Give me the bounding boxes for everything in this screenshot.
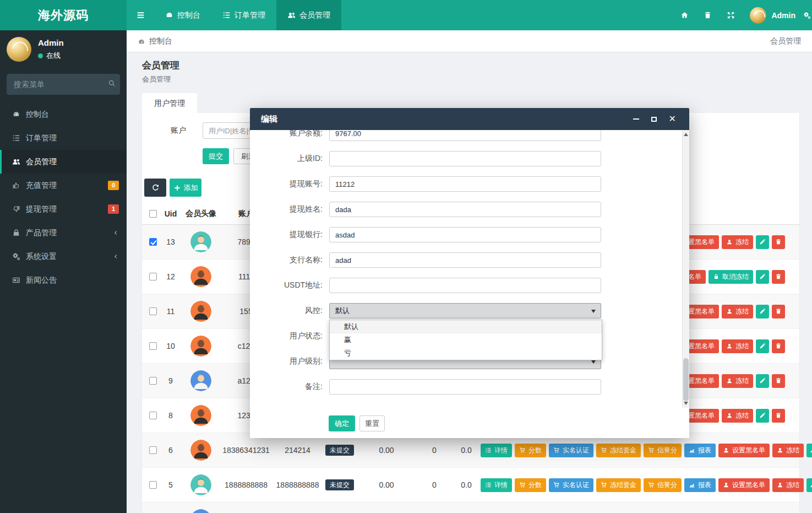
action-credit_score-button[interactable]: 信誉分 (644, 478, 682, 492)
modal-field-input[interactable] (329, 227, 601, 242)
remark-input[interactable] (329, 379, 601, 395)
cell-name: 1888888888 (272, 480, 323, 489)
action-blacklist-button[interactable]: 设置黑名单 (718, 478, 770, 492)
action-detail-button[interactable]: 详情 (481, 478, 512, 492)
row-checkbox[interactable] (149, 481, 157, 489)
sidebar-item-3[interactable]: 充值管理0 (0, 174, 127, 197)
sidebar-item-2[interactable]: 会员管理 (0, 150, 127, 174)
action-freeze-button[interactable]: 冻结 (772, 444, 804, 457)
expand-button[interactable] (719, 0, 742, 30)
action-freeze-button[interactable]: 冻结 (722, 374, 753, 388)
action-edit-button[interactable] (756, 374, 769, 388)
sidebar-item-label: 会员管理 (26, 157, 57, 167)
action-realname-button[interactable]: 实名认证 (549, 444, 593, 457)
action-realname-button[interactable]: 实名认证 (549, 478, 593, 492)
row-checkbox[interactable] (149, 238, 157, 246)
row-actions: 详情分数实名认证冻结资金信誉分报表设置黑名单冻结 (481, 444, 812, 457)
row-checkbox[interactable] (149, 342, 157, 350)
reset-button[interactable]: 重置 (359, 415, 385, 431)
action-report-button[interactable]: 报表 (684, 478, 716, 492)
scroll-down-icon[interactable] (683, 400, 689, 407)
action-delete-button[interactable] (772, 409, 785, 423)
risk-option-1[interactable]: 赢 (330, 333, 602, 347)
trash-button[interactable] (696, 0, 719, 30)
action-edit-button[interactable] (756, 409, 769, 423)
maximize-icon[interactable] (651, 117, 657, 122)
action-freeze-button[interactable]: 冻结 (722, 409, 753, 423)
action-freeze-button[interactable]: 冻结 (722, 235, 753, 249)
action-delete-button[interactable] (772, 374, 785, 388)
navbar-item-0[interactable]: 控制台 (154, 0, 211, 30)
risk-option-0[interactable]: 默认 (330, 320, 602, 333)
action-freeze-button[interactable]: 冻结 (722, 305, 753, 318)
action-freeze_funds-button[interactable]: 冻结资金 (596, 444, 641, 457)
scroll-up-icon[interactable] (683, 131, 689, 138)
settings-gear-icon[interactable] (803, 0, 812, 30)
navbar-item-2[interactable]: 会员管理 (276, 0, 341, 30)
member-avatar (190, 405, 211, 426)
confirm-button[interactable]: 确定 (329, 415, 355, 431)
sidebar-search-input[interactable] (7, 74, 120, 95)
sidebar-item-5[interactable]: 产品管理 (0, 221, 127, 245)
action-edit-button[interactable] (756, 305, 769, 318)
sidebar-search-button[interactable] (108, 79, 116, 87)
select-all-checkbox[interactable] (149, 210, 157, 218)
row-checkbox[interactable] (149, 273, 157, 280)
action-score-button[interactable]: 分数 (515, 444, 546, 457)
risk-option-2[interactable]: 亏 (330, 347, 602, 360)
sidebar-item-1[interactable]: 订单管理 (0, 126, 127, 150)
modal-field-input[interactable] (329, 151, 601, 166)
cart-icon (519, 447, 526, 453)
action-delete-button[interactable] (772, 305, 785, 318)
action-delete-button[interactable] (772, 270, 785, 284)
action-blacklist-button[interactable]: 设置黑名单 (718, 444, 770, 457)
action-edit-button[interactable] (806, 444, 812, 457)
row-checkbox[interactable] (149, 446, 157, 454)
member-avatar (190, 266, 211, 287)
risk-select[interactable]: 默认 (329, 303, 601, 318)
action-edit-button[interactable] (806, 478, 812, 492)
action-freeze_funds-button[interactable]: 冻结资金 (596, 478, 641, 492)
submit-button[interactable]: 提交 (203, 148, 229, 164)
sidebar-item-7[interactable]: 新闻公告 (0, 268, 127, 292)
action-credit_score-button[interactable]: 信誉分 (644, 444, 682, 457)
row-checkbox[interactable] (149, 412, 157, 419)
modal-field-input[interactable] (329, 130, 601, 141)
action-detail-button[interactable]: 详情 (481, 444, 512, 457)
sidebar-item-0[interactable]: 控制台 (0, 102, 127, 126)
tab-user-management[interactable]: 用户管理 (142, 93, 197, 113)
home-button[interactable] (673, 0, 696, 30)
table-reload-button[interactable] (144, 179, 166, 197)
edit-modal-header[interactable]: 编辑 ✕ (250, 108, 689, 130)
action-score-button[interactable]: 分数 (515, 478, 546, 492)
modal-field-input[interactable] (329, 202, 601, 217)
close-icon[interactable]: ✕ (669, 115, 676, 123)
navbar-item-1[interactable]: 订单管理 (211, 0, 276, 30)
action-edit-button[interactable] (756, 270, 769, 284)
breadcrumb-left[interactable]: 控制台 (149, 36, 172, 46)
action-unfreeze-button[interactable]: 取消冻结 (709, 270, 753, 284)
sidebar-toggle-button[interactable] (127, 0, 154, 30)
action-delete-button[interactable] (772, 339, 785, 353)
modal-scrollbar[interactable] (682, 130, 689, 408)
sidebar-item-4[interactable]: 提现管理1 (0, 197, 127, 221)
sidebar-user-panel: Admin 在线 (0, 30, 127, 69)
row-checkbox[interactable] (149, 377, 157, 385)
navbar-user-menu[interactable]: Admin (742, 7, 803, 24)
action-report-button[interactable]: 报表 (684, 444, 716, 457)
sidebar-item-6[interactable]: 系统设置 (0, 245, 127, 268)
modal-field-input[interactable] (329, 252, 601, 268)
action-edit-button[interactable] (756, 339, 769, 353)
minimize-icon[interactable] (633, 118, 639, 120)
modal-field-input[interactable] (329, 176, 601, 192)
action-delete-button[interactable] (772, 235, 785, 249)
add-member-button[interactable]: 添加 (170, 179, 201, 197)
action-freeze-button[interactable]: 冻结 (722, 339, 753, 353)
action-label: 报表 (698, 480, 711, 490)
modal-field-input[interactable] (329, 278, 601, 293)
action-edit-button[interactable] (756, 235, 769, 249)
action-freeze-button[interactable]: 冻结 (772, 478, 804, 492)
user-icon (726, 412, 733, 419)
scrollbar-thumb[interactable] (683, 358, 689, 401)
row-checkbox[interactable] (149, 307, 157, 315)
